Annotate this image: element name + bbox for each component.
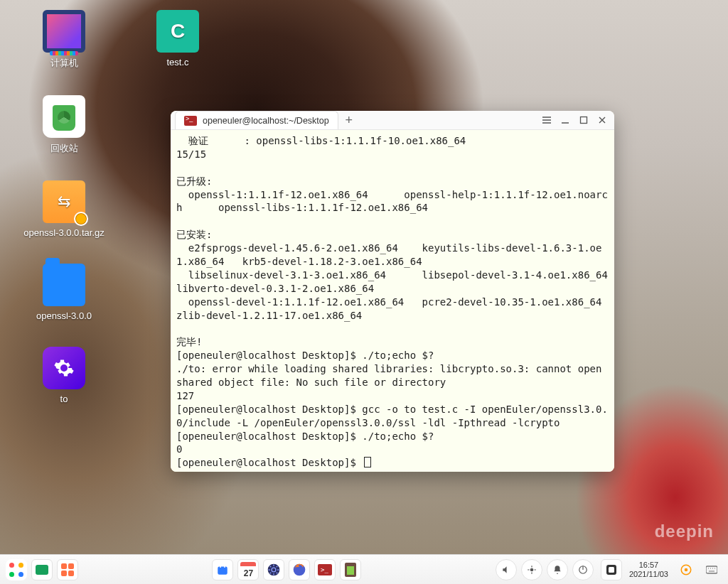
svg-point-14 xyxy=(685,568,688,571)
tray-volume-button[interactable] xyxy=(496,559,517,580)
taskbar-firefox-button[interactable] xyxy=(289,559,310,580)
desktop-icon-label: openssl-3.0.0.tar.gz xyxy=(23,227,104,238)
taskbar-multitask-button[interactable] xyxy=(57,559,78,580)
tray-power-button[interactable] xyxy=(572,559,594,580)
grid-icon xyxy=(61,563,74,576)
hamburger-menu-button[interactable] xyxy=(539,112,555,128)
taskbar-settings-button[interactable] xyxy=(263,559,284,580)
gear-icon xyxy=(43,347,85,389)
close-button[interactable] xyxy=(594,112,610,128)
tray-network-button[interactable] xyxy=(521,559,542,580)
c-file-icon: C xyxy=(156,10,199,53)
svg-rect-1 xyxy=(218,566,228,574)
assistant-icon xyxy=(680,563,692,576)
desktop-icon-openssl-folder[interactable]: openssl-3.0.0 xyxy=(21,264,107,321)
launcher-icon xyxy=(9,563,23,577)
desktop-icon-trash[interactable]: 回收站 xyxy=(21,95,107,155)
svg-rect-0 xyxy=(581,117,587,124)
desktop-icon-label: openssl-3.0.0 xyxy=(36,310,92,321)
desktop-icon-label: test.c xyxy=(166,57,188,67)
folder-icon xyxy=(43,264,85,306)
desktop-icon-to-app[interactable]: to xyxy=(21,347,107,404)
terminal-output[interactable]: 验证 : openssl-libs-1:1.1.1f-10.oe1.x86_64… xyxy=(171,130,614,472)
desktop-icon-label: 回收站 xyxy=(50,142,78,155)
archive-icon: ⇆ xyxy=(43,180,85,223)
taskbar-monitor-button[interactable] xyxy=(340,559,361,580)
tray-clock[interactable]: 16:57 2021/11/03 xyxy=(626,561,671,578)
volume-icon xyxy=(501,565,511,575)
svg-rect-12 xyxy=(609,567,614,573)
bag-icon xyxy=(216,563,229,576)
power-icon xyxy=(578,565,588,575)
monitor-icon xyxy=(345,563,356,577)
taskbar-workspace-button[interactable] xyxy=(31,559,53,580)
tray-ime-button[interactable] xyxy=(701,559,722,580)
terminal-icon xyxy=(184,116,197,126)
network-icon xyxy=(527,565,537,575)
bell-icon xyxy=(552,565,562,575)
terminal-cursor xyxy=(364,457,371,467)
desktop-icon-grid: 计算机 回收站 ⇆ openssl-3.0.0.tar.gz openssl-3… xyxy=(21,10,107,404)
svg-point-9 xyxy=(530,568,534,571)
deepin-watermark: deepin xyxy=(655,521,714,541)
calendar-day: 27 xyxy=(244,568,253,578)
svg-text:>_: >_ xyxy=(321,566,328,573)
svg-rect-8 xyxy=(347,566,354,575)
clock-time: 16:57 xyxy=(629,561,668,569)
maximize-button[interactable] xyxy=(576,112,592,128)
trash-icon xyxy=(43,95,85,138)
launcher-button[interactable] xyxy=(6,559,27,580)
window-titlebar[interactable]: openeuler@localhost:~/Desktop + xyxy=(171,111,614,130)
desktop-icon xyxy=(606,564,617,575)
firefox-icon xyxy=(292,563,306,577)
tray-show-desktop-button[interactable] xyxy=(601,559,622,580)
desktop-icon-computer[interactable]: 计算机 xyxy=(21,10,107,70)
tray-notification-button[interactable] xyxy=(547,559,568,580)
minimize-button[interactable] xyxy=(557,112,573,128)
terminal-window[interactable]: openeuler@localhost:~/Desktop + 验证 : ope… xyxy=(171,111,614,472)
new-tab-button[interactable]: + xyxy=(341,112,357,128)
workspace-icon xyxy=(36,565,48,575)
taskbar-terminal-button[interactable]: >_ xyxy=(314,559,336,580)
desktop-icon-test-c[interactable]: C test.c xyxy=(135,10,220,67)
taskbar-calendar-button[interactable]: 27 xyxy=(237,559,259,580)
taskbar-appstore-button[interactable] xyxy=(212,559,233,580)
clock-date: 2021/11/03 xyxy=(629,570,668,578)
terminal-icon: >_ xyxy=(318,564,332,575)
desktop-icon-grid-col2: C test.c xyxy=(135,10,220,67)
taskbar: 27 >_ xyxy=(0,554,728,584)
keyboard-icon xyxy=(706,564,717,575)
desktop-icon-label: to xyxy=(60,394,68,404)
gear-icon xyxy=(267,563,281,577)
tray-assistant-button[interactable] xyxy=(675,559,697,580)
tab-title: openeuler@localhost:~/Desktop xyxy=(203,116,329,126)
computer-icon xyxy=(43,10,85,53)
svg-rect-15 xyxy=(706,566,717,573)
terminal-tab[interactable]: openeuler@localhost:~/Desktop xyxy=(175,111,338,129)
desktop-icon-label: 计算机 xyxy=(50,57,78,70)
desktop-icon-openssl-archive[interactable]: ⇆ openssl-3.0.0.tar.gz xyxy=(21,180,107,238)
